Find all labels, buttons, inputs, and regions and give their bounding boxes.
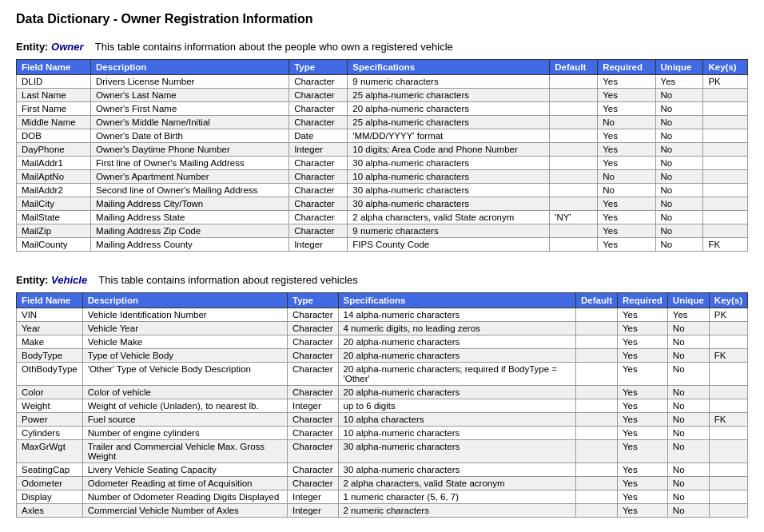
cell-field: MaxGrWgt [17,440,83,463]
page-title: Data Dictionary - Owner Registration Inf… [16,12,748,26]
vehicle-col-default: Default [576,293,618,308]
cell-required: Yes [598,89,655,102]
cell-description: Livery Vehicle Seating Capacity [82,463,287,477]
cell-default [550,197,598,211]
cell-type: Character [289,157,348,170]
cell-required: Yes [618,349,668,363]
cell-unique: No [655,89,703,102]
cell-unique: No [655,197,703,211]
cell-keys [709,386,747,399]
cell-specifications: 2 alpha characters, valid State acronym [338,477,575,490]
table-row: MailCityMailing Address City/TownCharact… [17,197,748,211]
cell-required: No [598,116,655,129]
cell-description: Number of engine cylinders [82,427,287,440]
cell-keys [709,490,747,504]
cell-unique: No [667,413,709,427]
cell-unique: No [667,504,709,518]
cell-keys [709,363,747,386]
vehicle-entity-header: Entity: Vehicle This table contains info… [16,274,748,286]
cell-description: Type of Vehicle Body [82,349,287,363]
cell-specifications: 20 alpha-numeric characters; required if… [338,363,575,386]
cell-default [576,322,618,335]
cell-description: Second line of Owner's Mailing Address [91,184,289,197]
vehicle-col-required: Required [618,293,668,308]
cell-field: Year [17,322,83,335]
cell-unique: No [667,335,709,349]
vehicle-entity-label: Entity: [16,274,48,286]
cell-unique: No [655,170,703,184]
cell-default [550,116,598,129]
cell-required: Yes [598,211,655,224]
table-row: Last NameOwner's Last NameCharacter25 al… [17,89,748,102]
cell-description: Vehicle Year [82,322,287,335]
cell-unique: No [667,463,709,477]
cell-unique: No [667,322,709,335]
cell-description: Owner's Daytime Phone Number [91,143,289,157]
cell-unique: No [655,224,703,238]
cell-unique: Yes [655,75,703,89]
cell-field: VIN [17,308,83,322]
cell-unique: No [655,143,703,157]
table-row: First NameOwner's First NameCharacter20 … [17,102,748,116]
owner-col-description: Description [91,60,289,75]
cell-required: No [598,184,655,197]
table-row: MailAptNoOwner's Apartment NumberCharact… [17,170,748,184]
table-row: MailZipMailing Address Zip CodeCharacter… [17,224,748,238]
cell-type: Integer [288,490,339,504]
cell-type: Integer [288,399,339,413]
cell-specifications: 14 alpha-numeric characters [338,308,575,322]
owner-entity-header: Entity: Owner This table contains inform… [16,41,748,53]
cell-type: Character [288,363,339,386]
cell-description: Owner's Apartment Number [91,170,289,184]
cell-field: Power [17,413,83,427]
cell-field: BodyType [17,349,83,363]
cell-keys [709,463,747,477]
cell-unique: No [655,102,703,116]
cell-required: Yes [598,129,655,143]
cell-required: Yes [618,335,668,349]
table-row: DayPhoneOwner's Daytime Phone NumberInte… [17,143,748,157]
vehicle-col-specifications: Specifications [338,293,575,308]
cell-field: MailCity [17,197,91,211]
cell-field: MailAddr2 [17,184,91,197]
cell-default [550,129,598,143]
cell-field: Cylinders [17,427,83,440]
cell-required: Yes [618,427,668,440]
table-row: OdometerOdometer Reading at time of Acqu… [17,477,748,490]
cell-default [576,490,618,504]
table-row: MailStateMailing Address StateCharacter2… [17,211,748,224]
cell-type: Character [288,335,339,349]
cell-field: MailState [17,211,91,224]
cell-type: Character [288,427,339,440]
cell-unique: No [655,184,703,197]
cell-unique: No [655,129,703,143]
cell-unique: No [655,238,703,252]
cell-required: Yes [618,308,668,322]
owner-entity-label: Entity: [16,41,48,53]
cell-required: Yes [618,386,668,399]
cell-keys: FK [703,238,748,252]
cell-description: Vehicle Make [82,335,287,349]
cell-description: Number of Odometer Reading Digits Displa… [82,490,287,504]
cell-specifications: 2 numeric characters [338,504,575,518]
cell-specifications: FIPS County Code [348,238,550,252]
cell-default: 'NY' [550,211,598,224]
cell-specifications: 2 alpha characters, valid State acronym [348,211,550,224]
table-row: DisplayNumber of Odometer Reading Digits… [17,490,748,504]
cell-required: Yes [618,490,668,504]
cell-default [550,170,598,184]
cell-default [550,157,598,170]
cell-unique: No [667,363,709,386]
cell-description: Drivers License Number [91,75,289,89]
cell-type: Character [289,211,348,224]
cell-keys [709,440,747,463]
cell-default [576,386,618,399]
table-row: MakeVehicle MakeCharacter20 alpha-numeri… [17,335,748,349]
cell-type: Integer [288,504,339,518]
cell-field: Axles [17,504,83,518]
vehicle-col-unique: Unique [667,293,709,308]
cell-type: Integer [289,238,348,252]
cell-type: Integer [289,143,348,157]
table-row: VINVehicle Identification NumberCharacte… [17,308,748,322]
cell-unique: No [667,427,709,440]
